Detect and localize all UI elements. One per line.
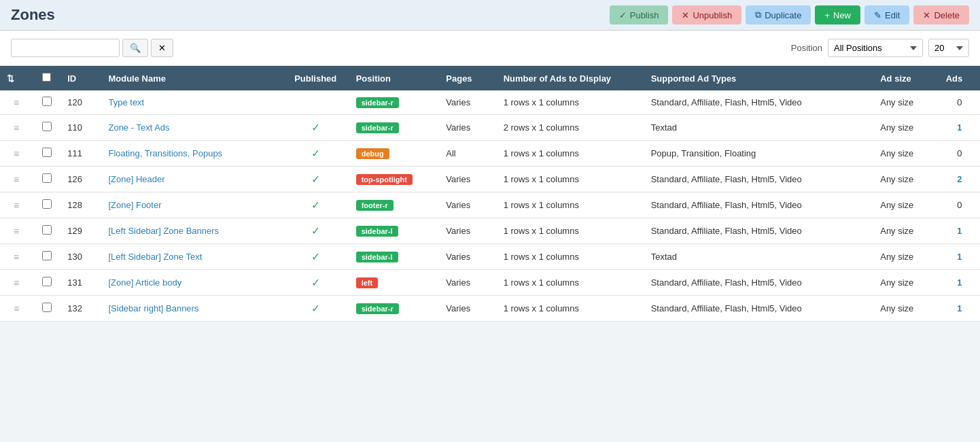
- module-name-link[interactable]: [Sidebar right] Banners: [108, 303, 198, 313]
- delete-label: Delete: [934, 10, 960, 20]
- drag-handle-icon[interactable]: ≡: [14, 252, 19, 262]
- col-num-ads: Number of Ads to Display: [497, 66, 644, 90]
- row-ad-size: Any size: [873, 115, 939, 141]
- row-id: 129: [60, 218, 101, 244]
- position-badge: footer-r: [356, 200, 393, 211]
- col-module-name: Module Name: [101, 66, 281, 90]
- col-drag: ⇅: [0, 66, 33, 90]
- module-name-link[interactable]: Zone - Text Ads: [108, 122, 169, 133]
- module-name-link[interactable]: [Left Sidebar] Zone Banners: [108, 226, 219, 236]
- new-button[interactable]: + New: [815, 5, 860, 24]
- module-name-link[interactable]: Type text: [108, 97, 144, 107]
- drag-handle-icon[interactable]: ≡: [14, 200, 19, 211]
- published-check-icon: ✓: [311, 225, 320, 237]
- row-checkbox[interactable]: [42, 173, 52, 183]
- duplicate-icon: ⧉: [755, 10, 761, 20]
- drag-handle-icon[interactable]: ≡: [14, 122, 19, 133]
- module-name-link[interactable]: [Zone] Header: [108, 174, 164, 184]
- row-checkbox[interactable]: [42, 303, 52, 312]
- table-row: ≡128[Zone] Footer✓footer-rVaries1 rows x…: [0, 192, 980, 218]
- row-pages: All: [439, 141, 496, 167]
- position-badge: top-spotlight: [356, 174, 413, 185]
- unpublish-button[interactable]: ✕ Unpublish: [672, 5, 741, 24]
- row-checkbox[interactable]: [42, 97, 52, 106]
- row-ads: 1: [939, 244, 980, 270]
- row-checkbox[interactable]: [42, 251, 52, 260]
- row-published: ✓: [282, 167, 349, 192]
- row-ad-types: Standard, Affiliate, Flash, Html5, Video: [644, 90, 874, 115]
- drag-handle-icon[interactable]: ≡: [14, 226, 19, 237]
- row-ad-size: Any size: [873, 192, 939, 218]
- ads-count-link[interactable]: 1: [957, 277, 962, 288]
- table-row: ≡110Zone - Text Ads✓sidebar-rVaries2 row…: [0, 115, 980, 141]
- edit-icon: ✎: [874, 10, 881, 20]
- row-pages: Varies: [439, 90, 496, 115]
- row-position: top-spotlight: [349, 167, 440, 192]
- drag-handle-cell: ≡: [0, 167, 33, 192]
- drag-handle-cell: ≡: [0, 115, 33, 141]
- module-name-link[interactable]: [Zone] Footer: [108, 200, 161, 210]
- module-name-link[interactable]: [Zone] Article body: [108, 277, 181, 288]
- row-pages: Varies: [439, 296, 496, 322]
- row-position: footer-r: [349, 192, 440, 218]
- row-num-ads: 1 rows x 1 columns: [497, 218, 644, 244]
- row-id: 126: [60, 167, 101, 192]
- row-module-name: [Sidebar right] Banners: [101, 296, 281, 322]
- ads-count-link[interactable]: 1: [957, 122, 962, 133]
- row-module-name: [Left Sidebar] Zone Banners: [101, 218, 281, 244]
- row-num-ads: 1 rows x 1 columns: [497, 192, 644, 218]
- row-ad-size: Any size: [873, 270, 939, 296]
- search-button[interactable]: 🔍: [122, 39, 148, 57]
- row-checkbox[interactable]: [42, 148, 52, 157]
- ads-count-link[interactable]: 2: [957, 174, 962, 184]
- position-select[interactable]: All Positions sidebar-r sidebar-l footer…: [828, 39, 923, 57]
- top-bar: Zones ✓ Publish ✕ Unpublish ⧉ Duplicate …: [0, 0, 980, 31]
- duplicate-label: Duplicate: [765, 10, 801, 20]
- row-position: left: [349, 270, 440, 296]
- ads-count-link[interactable]: 1: [957, 303, 962, 313]
- drag-handle-icon[interactable]: ≡: [14, 148, 19, 159]
- table-row: ≡131[Zone] Article body✓leftVaries1 rows…: [0, 270, 980, 296]
- row-checkbox[interactable]: [42, 277, 52, 286]
- zones-table: ⇅ ID Module Name Published Position Page…: [0, 66, 980, 322]
- position-badge: sidebar-r: [356, 303, 399, 314]
- module-name-link[interactable]: Floating, Transitions, Popups: [108, 148, 222, 158]
- ads-count-link[interactable]: 1: [957, 252, 962, 262]
- row-pages: Varies: [439, 244, 496, 270]
- row-checkbox[interactable]: [42, 122, 52, 131]
- delete-button[interactable]: ✕ Delete: [913, 5, 969, 24]
- row-ad-size: Any size: [873, 167, 939, 192]
- page-title: Zones: [11, 6, 55, 24]
- edit-button[interactable]: ✎ Edit: [864, 5, 909, 24]
- position-filter-label: Position: [791, 43, 822, 53]
- per-page-select[interactable]: 20 50 100: [928, 39, 969, 57]
- row-ads: 1: [939, 270, 980, 296]
- new-label: New: [833, 10, 851, 20]
- drag-handle-icon[interactable]: ≡: [14, 97, 19, 108]
- drag-handle-icon[interactable]: ≡: [14, 303, 19, 314]
- row-num-ads: 1 rows x 1 columns: [497, 296, 644, 322]
- row-module-name: [Left Sidebar] Zone Text: [101, 244, 281, 270]
- row-checkbox[interactable]: [42, 199, 52, 209]
- duplicate-button[interactable]: ⧉ Duplicate: [746, 5, 811, 24]
- published-check-icon: ✓: [311, 148, 320, 159]
- row-num-ads: 1 rows x 1 columns: [497, 167, 644, 192]
- row-checkbox[interactable]: [42, 225, 52, 235]
- published-check-icon: ✓: [311, 122, 320, 133]
- row-ads: 0: [939, 192, 980, 218]
- publish-button[interactable]: ✓ Publish: [610, 5, 669, 24]
- drag-handle-icon[interactable]: ≡: [14, 277, 19, 288]
- drag-handle-cell: ≡: [0, 270, 33, 296]
- row-published: ✓: [282, 244, 349, 270]
- row-ads: 1: [939, 296, 980, 322]
- clear-search-button[interactable]: ✕: [151, 39, 173, 57]
- module-name-link[interactable]: [Left Sidebar] Zone Text: [108, 252, 202, 262]
- ads-count-link[interactable]: 1: [957, 226, 962, 236]
- select-all-checkbox[interactable]: [42, 73, 51, 82]
- col-position: Position: [349, 66, 440, 90]
- row-checkbox-cell: [33, 244, 60, 270]
- search-input[interactable]: [11, 39, 120, 57]
- drag-handle-icon[interactable]: ≡: [14, 174, 19, 185]
- filter-group: Position All Positions sidebar-r sidebar…: [791, 39, 969, 57]
- col-id: ID: [60, 66, 101, 90]
